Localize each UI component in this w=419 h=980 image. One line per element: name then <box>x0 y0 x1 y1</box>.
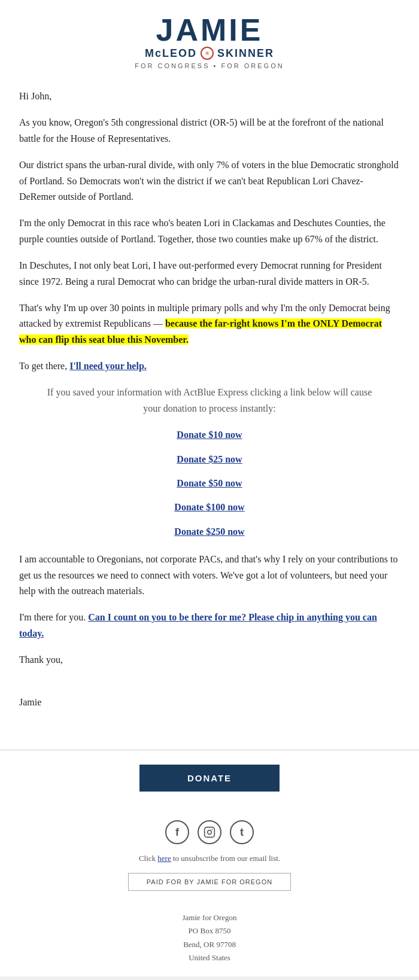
paid-for-box: PAID FOR BY JAMIE FOR OREGON <box>128 873 291 891</box>
actblue-note: If you saved your information with ActBl… <box>43 385 376 416</box>
paragraph-7: I am accountable to Oregonians, not corp… <box>19 552 400 599</box>
paragraph-8: I'm there for you. Can I count on you to… <box>19 610 400 641</box>
donate-100-link[interactable]: Donate $100 now <box>19 500 400 515</box>
logo-jamie: JAMIE <box>12 14 407 45</box>
paragraph-3: I'm the only Democrat in this race who's… <box>19 215 400 247</box>
unsubscribe-link[interactable]: here <box>157 854 171 863</box>
paragraph-1: As you know, Oregon's 5th congressional … <box>19 115 400 147</box>
donate-50-link[interactable]: Donate $50 now <box>19 476 400 491</box>
unsubscribe-text: Click here to unsubscribe from our email… <box>12 854 407 863</box>
logo-skinner: SKINNER <box>217 47 274 60</box>
donate-button-wrapper: DONATE <box>12 765 407 806</box>
unsubscribe-prefix: Click <box>139 854 157 863</box>
logo-name-row: McLEOD ® SKINNER <box>12 47 407 60</box>
paragraph-2: Our district spans the urban-rural divid… <box>19 157 400 205</box>
logo-subtitle: FOR CONGRESS • FOR OREGON <box>12 62 407 69</box>
address-line-3: Bend, OR 97708 <box>12 938 407 951</box>
paragraph-8-start: I'm there for you. <box>19 612 88 622</box>
facebook-icon[interactable]: f <box>165 820 189 844</box>
facebook-letter: f <box>175 826 179 839</box>
twitter-icon[interactable]: t <box>230 820 254 844</box>
email-header: JAMIE McLEOD ® SKINNER FOR CONGRESS • FO… <box>0 0 419 79</box>
paragraph-6: To get there, I'll need your help. <box>19 358 400 374</box>
closing-thank-you: Thank you, <box>19 652 400 668</box>
paragraph-4: In Deschutes, I not only beat Lori, I ha… <box>19 258 400 290</box>
paragraph-6-start: To get there, <box>19 361 69 371</box>
address-line-2: PO Box 8750 <box>12 924 407 938</box>
donate-250-link[interactable]: Donate $250 now <box>19 524 400 540</box>
address-line-4: United States <box>12 951 407 964</box>
paragraph-2-text: Our district spans the urban-rural divid… <box>19 160 399 202</box>
closing-section: Thank you, Jamie <box>19 652 400 710</box>
logo-mcleod: McLEOD <box>145 47 197 60</box>
instagram-svg <box>204 826 215 838</box>
twitter-letter: t <box>240 826 244 839</box>
unsubscribe-suffix: to unsubscribe from our email list. <box>171 854 280 863</box>
email-footer: DONATE f t Click here to unsubscribe fro… <box>0 750 419 976</box>
social-icons-row: f t <box>12 820 407 844</box>
donate-10-link[interactable]: Donate $10 now <box>19 427 400 443</box>
donate-button[interactable]: DONATE <box>139 765 280 792</box>
donate-links-section: Donate $10 now Donate $25 now Donate $50… <box>19 427 400 540</box>
greeting: Hi John, <box>19 89 400 104</box>
need-your-help-link[interactable]: I'll need your help. <box>69 361 147 371</box>
logo-circle-icon: ® <box>201 47 214 60</box>
email-content: Hi John, As you know, Oregon's 5th congr… <box>0 79 419 735</box>
svg-point-1 <box>208 830 212 835</box>
instagram-icon[interactable] <box>198 820 221 844</box>
address-block: Jamie for Oregon PO Box 8750 Bend, OR 97… <box>12 911 407 964</box>
email-wrapper: JAMIE McLEOD ® SKINNER FOR CONGRESS • FO… <box>0 0 419 976</box>
svg-point-2 <box>212 829 213 830</box>
closing-name: Jamie <box>19 695 400 710</box>
paragraph-5: That's why I'm up over 30 points in mult… <box>19 300 400 348</box>
paid-for-wrapper: PAID FOR BY JAMIE FOR OREGON <box>12 873 407 902</box>
svg-rect-0 <box>205 827 215 838</box>
address-line-1: Jamie for Oregon <box>12 911 407 924</box>
donate-25-link[interactable]: Donate $25 now <box>19 452 400 467</box>
